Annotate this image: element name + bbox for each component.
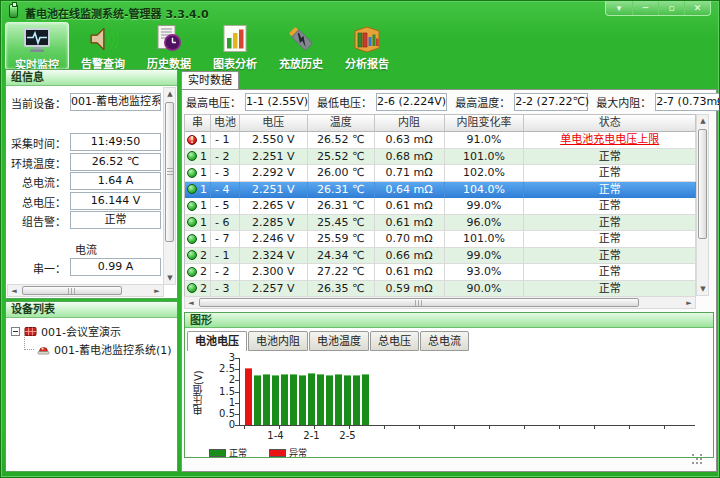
table-header-电池[interactable]: 电池 [211,115,240,132]
voltage-cell: 2.251 V [240,182,308,199]
group-info-field: 总电压：16.144 V [6,192,166,210]
group-info-hscrollbar[interactable]: ◄ ► [7,284,164,297]
toolbar-button-历史数据[interactable]: 历史数据 [137,22,201,70]
field-label: 组告警： [6,213,66,229]
y-tick-label: 1 [205,397,235,408]
graph-tab-电池内阻[interactable]: 电池内阻 [248,331,308,351]
group-info-field: 环境温度：26.52 ℃ [6,153,166,171]
table-hscrollbar[interactable]: ◄ ► [184,296,696,309]
scroll-thumb[interactable] [698,129,707,239]
field-value-box[interactable]: 26.52 ℃ [70,153,161,171]
alarm-lamp-icon [37,343,50,356]
scroll-thumb[interactable] [22,286,122,295]
scroll-left-icon[interactable]: ◄ [185,297,197,309]
serial-cell: 1 [185,215,211,232]
serial-cell: 2 [185,281,211,298]
field-value-box[interactable]: 正常 [70,211,161,229]
resistance-cell: 0.61 mΩ [375,198,445,215]
battery-cell: - 3 [211,165,240,182]
serial-number: 1 [200,215,207,230]
x-tick-mark [419,426,420,429]
stat-value-box[interactable]: 1-1 (2.55V) [245,93,309,111]
table-header-温度[interactable]: 温度 [308,115,375,132]
tree-node-label[interactable]: 001-蓄电池监控系统(1) [54,341,172,357]
group-info-vscrollbar[interactable]: ▲ ▼ [163,87,176,285]
scroll-down-icon[interactable]: ▼ [697,283,709,295]
serial-number: 1 [200,132,207,147]
table-row[interactable]: 1- 72.246 V25.59 ℃0.70 mΩ101.0%正常 [185,231,696,248]
graph-tab-总电压[interactable]: 总电压 [370,331,419,351]
tree-node-label[interactable]: 001-会议室演示 [41,323,121,339]
graph-tab-总电流[interactable]: 总电流 [420,331,469,351]
table-row[interactable]: 2- 22.300 V27.22 ℃0.61 mΩ93.0%正常 [185,264,696,281]
table-vscrollbar[interactable]: ▲ ▼ [696,114,709,296]
chart-bar-2-3 [326,375,333,425]
toolbar-button-告警查询[interactable]: 告警查询 [71,22,135,70]
stats-row: 最高电压：1-1 (2.55V)最低电压：2-6 (2.224V)最高温度：2-… [186,92,714,112]
temperature-cell: 26.00 ℃ [308,165,375,182]
stat-value-box[interactable]: 2-7 (0.73mΩ) [655,93,720,111]
table-row[interactable]: 1- 42.251 V26.31 ℃0.64 mΩ104.0%正常 [185,182,696,199]
toolbar-button-实时监控[interactable]: 实时监控 [5,22,69,70]
scroll-right-icon[interactable]: ► [683,297,695,309]
scroll-down-icon[interactable]: ▼ [164,272,176,284]
change-rate-cell: 101.0% [445,149,525,166]
tree-node-device[interactable]: 001-蓄电池监控系统(1) [24,340,175,358]
table-header-内阻变化率[interactable]: 内阻变化率 [445,115,525,132]
scroll-up-icon[interactable]: ▲ [697,115,709,127]
toolbar-button-图表分析[interactable]: 图表分析 [203,22,267,70]
serial-number: 1 [200,165,207,180]
table-row[interactable]: 1- 62.285 V25.45 ℃0.61 mΩ96.0%正常 [185,215,696,232]
temperature-cell: 26.35 ℃ [308,281,375,298]
ok-status-icon [187,283,197,293]
field-value-box[interactable]: 11:49:50 [70,133,161,151]
y-tick-mark [235,403,239,404]
table-header-电压[interactable]: 电压 [240,115,308,132]
scroll-left-icon[interactable]: ◄ [8,285,20,297]
table-header-状态[interactable]: 状态 [524,115,696,132]
stat-label: 最大内阻： [596,94,651,110]
field-value-box[interactable]: 1.64 A [70,172,161,190]
graph-panel: 图形 电池电压电池内阻电池温度总电压总电流 电压值(V) 00.511.522.… [184,312,714,458]
voltage-cell: 2.265 V [240,198,308,215]
battery-cell: - 1 [211,248,240,265]
graph-tab-电池温度[interactable]: 电池温度 [309,331,369,351]
minimize-button[interactable]: ─ [632,1,658,15]
serial-cell: 2 [185,264,211,281]
y-tick-mark [235,380,239,381]
scroll-thumb[interactable] [199,298,639,307]
scroll-thumb[interactable] [165,102,174,242]
field-value-box[interactable]: 0.99 A [70,258,161,276]
pin-menu-button[interactable]: ▾ [606,1,632,15]
stat-label: 最高温度： [455,94,510,110]
tab-realtime-data[interactable]: 实时数据 [181,71,239,90]
field-label: 串一： [6,260,66,276]
table-row[interactable]: 1- 32.292 V26.00 ℃0.71 mΩ102.0%正常 [185,165,696,182]
collapse-icon[interactable] [11,327,20,336]
scroll-right-icon[interactable]: ► [151,285,163,297]
graph-title: 图形 [185,313,713,328]
table-row[interactable]: 1- 52.265 V26.31 ℃0.61 mΩ99.0%正常 [185,198,696,215]
temperature-cell: 26.31 ℃ [308,182,375,199]
field-value-box[interactable]: 16.144 V [70,192,161,210]
table-row[interactable]: 1- 22.251 V25.52 ℃0.68 mΩ101.0%正常 [185,149,696,166]
field-value-box[interactable]: 001-蓄电池监控系统 [70,93,161,111]
table-row[interactable]: 2- 32.257 V26.35 ℃0.59 mΩ90.0%正常 [185,281,696,298]
toolbar-button-分析报告[interactable]: 分析报告 [335,22,399,70]
title-bar[interactable]: 蓄电池在线监测系统-管理器 3.3.4.0 ▾ ─ ▫ ✕ [1,1,720,21]
table-row[interactable]: !1- 12.550 V26.52 ℃0.63 mΩ91.0%单电池充电电压上限 [185,132,696,149]
close-button[interactable]: ✕ [684,1,710,15]
maximize-button[interactable]: ▫ [658,1,684,15]
status-cell: 正常 [524,248,696,265]
graph-tab-电池电压[interactable]: 电池电压 [187,331,247,352]
toolbar-button-充放历史[interactable]: 充放历史 [269,22,333,70]
scroll-up-icon[interactable]: ▲ [164,88,176,100]
table-header-串[interactable]: 串 [185,115,211,132]
stat-value-box[interactable]: 2-2 (27.22℃) [514,93,588,111]
stat-value-box[interactable]: 2-6 (2.224V) [376,93,447,111]
resize-grip[interactable] [692,454,694,456]
table-header-内阻[interactable]: 内阻 [375,115,445,132]
change-rate-cell: 93.0% [445,264,525,281]
table-row[interactable]: 2- 12.324 V24.34 ℃0.66 mΩ99.0%正常 [185,248,696,265]
voltage-cell: 2.246 V [240,231,308,248]
